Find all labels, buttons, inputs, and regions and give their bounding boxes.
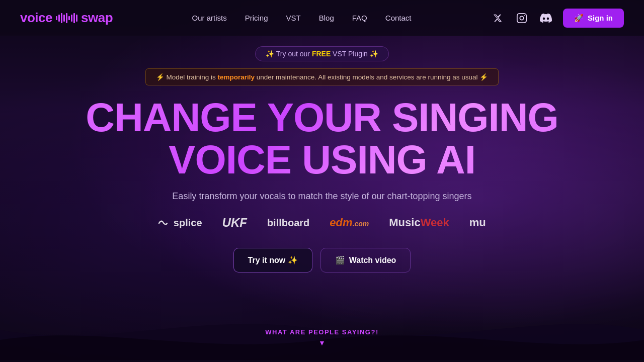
vst-free-label: FREE: [312, 50, 331, 58]
logo-text-voice: voice: [20, 10, 52, 26]
maintenance-banner: ⚡ Model training is temporarily under ma…: [145, 68, 499, 85]
discord-icon[interactable]: [539, 11, 553, 25]
nav-links: Our artists Pricing VST Blog FAQ Contact: [192, 14, 412, 23]
vst-banner[interactable]: ✨ Try out our FREE VST Plugin ✨: [255, 46, 389, 61]
chevron-down-icon: ▼: [318, 339, 326, 347]
maintenance-icon-left: ⚡: [156, 73, 167, 81]
logo-waveform: [56, 13, 77, 23]
instagram-icon[interactable]: [515, 11, 529, 25]
hero-heading-line1: CHANGE YOUR SINGING: [86, 95, 558, 140]
nav-link-pricing[interactable]: Pricing: [245, 14, 268, 22]
hero-subtext: Easily transform your vocals to match th…: [172, 191, 471, 202]
main-content: ✨ Try out our FREE VST Plugin ✨ ⚡ Model …: [0, 36, 644, 273]
sign-in-label: Sign in: [588, 14, 613, 22]
hero-heading-line2: VOICE USING AI: [169, 137, 475, 182]
action-buttons: Try it now ✨ 🎬 Watch video: [233, 248, 411, 273]
sign-in-button[interactable]: 🚀 Sign in: [563, 9, 624, 28]
brand-mu: mu: [469, 216, 486, 229]
rocket-icon: 🚀: [574, 14, 584, 23]
brand-splice: splice: [158, 217, 202, 229]
svg-rect-0: [517, 13, 526, 22]
bottom-section: WHAT ARE PEOPLE SAYING?! ▼: [0, 328, 644, 347]
hero-heading: CHANGE YOUR SINGING VOICE USING AI: [86, 97, 558, 181]
nav-right: 🚀 Sign in: [491, 9, 624, 28]
nav-link-vst[interactable]: VST: [286, 14, 301, 22]
twitter-x-icon[interactable]: [491, 11, 505, 25]
nav-link-faq[interactable]: FAQ: [352, 14, 367, 22]
svg-point-2: [524, 15, 525, 16]
navbar: voice swap Our artists Pricing VST Blog …: [0, 0, 644, 36]
logo[interactable]: voice swap: [20, 10, 113, 26]
brand-edm: edm.com: [330, 216, 369, 229]
bottom-label: WHAT ARE PEOPLE SAYING?!: [265, 328, 378, 336]
brand-ukf: UKF: [222, 216, 247, 230]
nav-link-contact[interactable]: Contact: [385, 14, 412, 22]
nav-link-blog[interactable]: Blog: [319, 14, 334, 22]
svg-point-1: [520, 16, 523, 20]
vst-banner-prefix: ✨ Try out our: [266, 50, 312, 58]
maintenance-text-2: under maintenance. All existing models a…: [257, 73, 480, 81]
maintenance-icon-right: ⚡: [479, 73, 488, 81]
logo-text-swap: swap: [81, 10, 113, 26]
maintenance-text-1: Model training is: [166, 73, 217, 81]
vst-banner-suffix: VST Plugin ✨: [331, 50, 378, 58]
video-icon: 🎬: [335, 255, 345, 265]
watch-video-label: Watch video: [349, 256, 396, 265]
try-it-now-button[interactable]: Try it now ✨: [233, 248, 312, 273]
maintenance-temp-text: temporarily: [218, 73, 255, 81]
brand-logos-container: splice UKF billboard edm.com MusicWeek m…: [158, 216, 486, 230]
brand-musicweek: MusicWeek: [389, 216, 449, 229]
watch-video-button[interactable]: 🎬 Watch video: [320, 248, 411, 273]
nav-link-our-artists[interactable]: Our artists: [192, 14, 227, 22]
brand-billboard: billboard: [267, 217, 309, 229]
